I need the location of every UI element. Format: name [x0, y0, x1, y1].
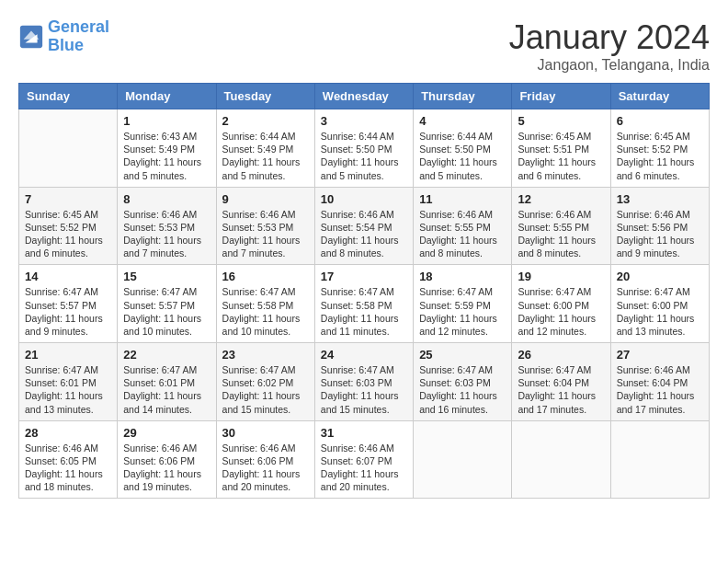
day-number: 28 [25, 426, 111, 440]
day-cell [512, 420, 610, 499]
day-number: 19 [518, 270, 604, 283]
day-info: Sunrise: 6:47 AMSunset: 6:04 PMDaylight:… [518, 363, 604, 416]
day-cell: 15Sunrise: 6:47 AMSunset: 5:57 PMDayligh… [118, 265, 216, 343]
day-number: 15 [123, 270, 210, 283]
column-header-tuesday: Tuesday [216, 84, 314, 109]
day-cell: 29Sunrise: 6:46 AMSunset: 6:06 PMDayligh… [118, 420, 216, 499]
day-number: 17 [321, 270, 407, 283]
day-cell: 18Sunrise: 6:47 AMSunset: 5:59 PMDayligh… [414, 265, 512, 343]
column-header-friday: Friday [512, 84, 610, 109]
day-info: Sunrise: 6:47 AMSunset: 6:00 PMDaylight:… [518, 285, 604, 338]
day-number: 20 [617, 270, 703, 283]
day-cell: 1Sunrise: 6:43 AMSunset: 5:49 PMDaylight… [118, 109, 216, 188]
day-number: 2 [222, 114, 309, 128]
day-info: Sunrise: 6:46 AMSunset: 5:54 PMDaylight:… [321, 208, 407, 260]
column-header-saturday: Saturday [610, 84, 709, 109]
day-cell: 27Sunrise: 6:46 AMSunset: 6:04 PMDayligh… [610, 343, 709, 421]
day-cell: 16Sunrise: 6:47 AMSunset: 5:58 PMDayligh… [216, 265, 314, 343]
calendar-subtitle: Jangaon, Telangana, India [509, 57, 710, 74]
day-number: 5 [518, 114, 604, 128]
day-info: Sunrise: 6:46 AMSunset: 6:04 PMDaylight:… [617, 363, 703, 416]
day-info: Sunrise: 6:47 AMSunset: 5:58 PMDaylight:… [321, 285, 407, 338]
day-number: 12 [518, 192, 604, 206]
column-header-monday: Monday [118, 84, 216, 109]
day-cell: 26Sunrise: 6:47 AMSunset: 6:04 PMDayligh… [512, 343, 610, 421]
day-info: Sunrise: 6:46 AMSunset: 5:55 PMDaylight:… [518, 208, 604, 260]
day-cell: 2Sunrise: 6:44 AMSunset: 5:49 PMDaylight… [216, 109, 314, 188]
day-number: 24 [321, 348, 407, 362]
logo-text: General Blue [48, 18, 109, 55]
day-cell: 6Sunrise: 6:45 AMSunset: 5:52 PMDaylight… [610, 109, 709, 188]
day-info: Sunrise: 6:44 AMSunset: 5:50 PMDaylight:… [321, 130, 407, 182]
day-cell: 17Sunrise: 6:47 AMSunset: 5:58 PMDayligh… [314, 265, 413, 343]
week-row-2: 7Sunrise: 6:45 AMSunset: 5:52 PMDaylight… [19, 187, 710, 265]
calendar-header-row: SundayMondayTuesdayWednesdayThursdayFrid… [19, 84, 710, 109]
column-header-sunday: Sunday [19, 84, 118, 109]
column-header-thursday: Thursday [414, 84, 512, 109]
day-cell: 28Sunrise: 6:46 AMSunset: 6:05 PMDayligh… [19, 420, 118, 499]
day-cell: 7Sunrise: 6:45 AMSunset: 5:52 PMDaylight… [19, 187, 118, 265]
day-number: 13 [617, 192, 703, 206]
day-cell: 8Sunrise: 6:46 AMSunset: 5:53 PMDaylight… [118, 187, 216, 265]
day-number: 22 [123, 348, 210, 362]
day-cell: 12Sunrise: 6:46 AMSunset: 5:55 PMDayligh… [512, 187, 610, 265]
day-info: Sunrise: 6:45 AMSunset: 5:52 PMDaylight:… [617, 130, 703, 182]
day-info: Sunrise: 6:46 AMSunset: 5:55 PMDaylight:… [419, 208, 506, 260]
day-info: Sunrise: 6:47 AMSunset: 6:03 PMDaylight:… [419, 363, 506, 416]
day-cell: 11Sunrise: 6:46 AMSunset: 5:55 PMDayligh… [414, 187, 512, 265]
day-cell: 30Sunrise: 6:46 AMSunset: 6:06 PMDayligh… [216, 420, 314, 499]
day-cell [414, 420, 512, 499]
column-header-wednesday: Wednesday [314, 84, 413, 109]
day-info: Sunrise: 6:46 AMSunset: 5:56 PMDaylight:… [617, 208, 703, 260]
day-info: Sunrise: 6:47 AMSunset: 6:01 PMDaylight:… [25, 363, 111, 416]
day-cell: 25Sunrise: 6:47 AMSunset: 6:03 PMDayligh… [414, 343, 512, 421]
day-cell: 14Sunrise: 6:47 AMSunset: 5:57 PMDayligh… [19, 265, 118, 343]
calendar-table: SundayMondayTuesdayWednesdayThursdayFrid… [18, 83, 710, 499]
day-info: Sunrise: 6:46 AMSunset: 6:05 PMDaylight:… [25, 442, 111, 494]
day-info: Sunrise: 6:45 AMSunset: 5:52 PMDaylight:… [25, 208, 111, 260]
page-header: General Blue January 2024 Jangaon, Telan… [18, 18, 710, 74]
day-number: 31 [321, 426, 407, 440]
title-block: January 2024 Jangaon, Telangana, India [509, 18, 710, 74]
logo-icon [18, 24, 44, 50]
day-cell: 10Sunrise: 6:46 AMSunset: 5:54 PMDayligh… [314, 187, 413, 265]
day-number: 23 [222, 348, 309, 362]
day-cell: 20Sunrise: 6:47 AMSunset: 6:00 PMDayligh… [610, 265, 709, 343]
week-row-3: 14Sunrise: 6:47 AMSunset: 5:57 PMDayligh… [19, 265, 710, 343]
day-info: Sunrise: 6:47 AMSunset: 6:00 PMDaylight:… [617, 285, 703, 338]
day-number: 6 [617, 114, 703, 128]
day-number: 10 [321, 192, 407, 206]
day-cell: 9Sunrise: 6:46 AMSunset: 5:53 PMDaylight… [216, 187, 314, 265]
day-cell: 13Sunrise: 6:46 AMSunset: 5:56 PMDayligh… [610, 187, 709, 265]
week-row-4: 21Sunrise: 6:47 AMSunset: 6:01 PMDayligh… [19, 343, 710, 421]
day-info: Sunrise: 6:47 AMSunset: 6:03 PMDaylight:… [321, 363, 407, 416]
day-number: 3 [321, 114, 407, 128]
day-cell: 21Sunrise: 6:47 AMSunset: 6:01 PMDayligh… [19, 343, 118, 421]
day-cell: 31Sunrise: 6:46 AMSunset: 6:07 PMDayligh… [314, 420, 413, 499]
day-info: Sunrise: 6:46 AMSunset: 6:07 PMDaylight:… [321, 442, 407, 494]
day-number: 27 [617, 348, 703, 362]
day-number: 4 [419, 114, 506, 128]
week-row-1: 1Sunrise: 6:43 AMSunset: 5:49 PMDaylight… [19, 109, 710, 188]
day-info: Sunrise: 6:46 AMSunset: 5:53 PMDaylight:… [222, 208, 309, 260]
day-info: Sunrise: 6:45 AMSunset: 5:51 PMDaylight:… [518, 130, 604, 182]
day-cell: 23Sunrise: 6:47 AMSunset: 6:02 PMDayligh… [216, 343, 314, 421]
day-number: 16 [222, 270, 309, 283]
day-info: Sunrise: 6:46 AMSunset: 6:06 PMDaylight:… [123, 442, 210, 494]
day-cell [610, 420, 709, 499]
day-number: 26 [518, 348, 604, 362]
day-number: 1 [123, 114, 210, 128]
day-info: Sunrise: 6:44 AMSunset: 5:50 PMDaylight:… [419, 130, 506, 182]
day-number: 8 [123, 192, 210, 206]
day-number: 18 [419, 270, 506, 283]
logo-line2: Blue [48, 36, 84, 54]
day-number: 25 [419, 348, 506, 362]
calendar-title: January 2024 [509, 18, 710, 57]
day-cell [19, 109, 118, 188]
day-info: Sunrise: 6:47 AMSunset: 5:58 PMDaylight:… [222, 285, 309, 338]
day-info: Sunrise: 6:47 AMSunset: 5:57 PMDaylight:… [123, 285, 210, 338]
day-info: Sunrise: 6:44 AMSunset: 5:49 PMDaylight:… [222, 130, 309, 182]
day-cell: 24Sunrise: 6:47 AMSunset: 6:03 PMDayligh… [314, 343, 413, 421]
day-cell: 19Sunrise: 6:47 AMSunset: 6:00 PMDayligh… [512, 265, 610, 343]
day-cell: 5Sunrise: 6:45 AMSunset: 5:51 PMDaylight… [512, 109, 610, 188]
